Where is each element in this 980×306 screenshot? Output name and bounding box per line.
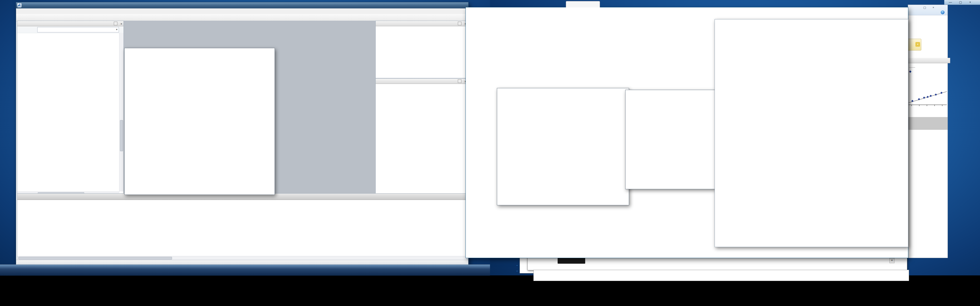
targets-tree — [18, 33, 119, 192]
skyline-titlebar[interactable] — [16, 2, 468, 8]
pin-icon[interactable] — [458, 79, 461, 83]
r-warnings-window — [533, 270, 909, 281]
skyline-app-icon — [18, 3, 21, 7]
help-icon[interactable]: ? — [941, 11, 945, 14]
peak-areas-window — [714, 19, 908, 247]
scroll-down-icon[interactable]: ▼ — [889, 258, 894, 263]
immediate-window — [17, 193, 467, 260]
pin-icon[interactable] — [458, 22, 461, 25]
immediate-window-output[interactable] — [19, 201, 462, 256]
sliver-regression-plot — [908, 87, 947, 107]
close-icon[interactable]: × — [932, 6, 934, 9]
skyline-statusbar — [16, 260, 468, 265]
desktop-icon-label-fragment[interactable] — [517, 265, 517, 266]
ghost-browser-tab[interactable] — [566, 1, 600, 7]
desktop-icon-label-fragment[interactable] — [517, 271, 517, 271]
taskbar — [0, 265, 490, 276]
pin-icon[interactable] — [114, 22, 118, 25]
close-icon[interactable]: × — [969, 0, 971, 4]
sliver-panel-header — [908, 58, 950, 63]
targets-panel: × ▼ — [17, 21, 124, 196]
desktop-root: — ▢ × ▢ × ? —— ◆ × ▼ — [0, 0, 980, 306]
replicates-dropdown[interactable]: ▼ — [37, 27, 119, 32]
close-icon[interactable]: × — [915, 42, 920, 47]
volcano-plot-window — [625, 90, 715, 189]
maximize-icon[interactable]: ▢ — [959, 0, 962, 4]
retention-times-panel: × — [375, 21, 468, 78]
skyline-toolbar — [16, 14, 468, 21]
background-window-titlebar: — ▢ × — [944, 0, 980, 5]
spkg-grid-window — [497, 88, 629, 205]
targets-vscrollbar[interactable] — [119, 33, 124, 192]
library-match-panel: × — [375, 78, 468, 196]
minimize-icon[interactable]: — — [949, 0, 952, 4]
immediate-hscrollbar[interactable] — [18, 256, 467, 260]
slr0151-grid-window — [124, 48, 275, 195]
maximize-icon[interactable]: ▢ — [923, 6, 926, 9]
skyline-menubar — [16, 8, 468, 14]
close-icon[interactable]: × — [121, 21, 122, 27]
chevron-down-icon: ▼ — [116, 27, 118, 32]
